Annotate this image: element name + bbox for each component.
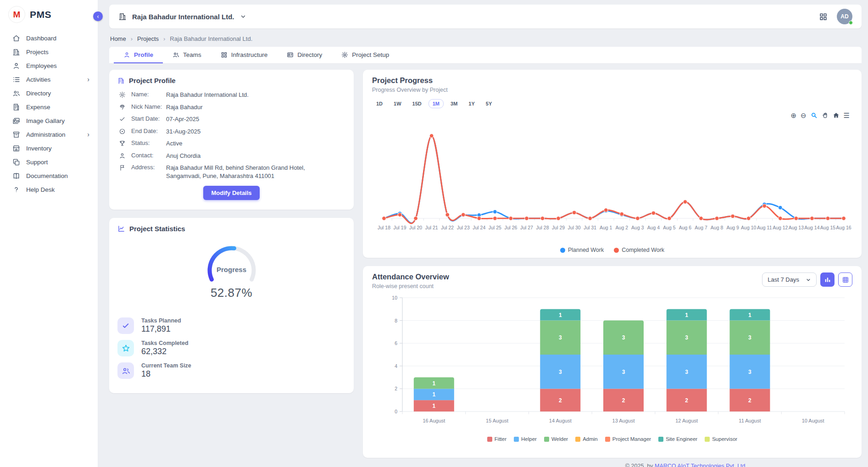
svg-text:Jul 18: Jul 18: [378, 225, 390, 230]
sidebar-item-support[interactable]: Support: [0, 155, 98, 169]
legend-marker: [658, 437, 663, 442]
legend-item[interactable]: Project Manager: [605, 436, 651, 442]
svg-text:Jul 20: Jul 20: [409, 225, 422, 230]
legend-item[interactable]: Fitter: [487, 436, 506, 442]
project-progress-chart[interactable]: Jul 18Jul 19Jul 20Jul 21Jul 22Jul 23Jul …: [372, 121, 852, 244]
tab-teams[interactable]: Teams: [163, 47, 211, 63]
legend-item[interactable]: Helper: [514, 436, 537, 442]
chart-toolbar: ⊕ ⊖ ☰: [790, 112, 850, 119]
svg-text:1: 1: [433, 380, 436, 387]
table-view-button[interactable]: [838, 272, 852, 287]
breadcrumb: Home › Projects › Raja Bahadur Internati…: [110, 35, 862, 42]
company-link[interactable]: MARCO AIoT Technologies Pvt. Ltd.: [655, 463, 747, 467]
svg-text:10: 10: [392, 296, 397, 300]
svg-text:Aug 16: Aug 16: [836, 225, 851, 230]
svg-text:3: 3: [622, 334, 625, 341]
date-range-select[interactable]: Last 7 Days: [762, 272, 817, 287]
svg-text:13 August: 13 August: [612, 418, 635, 423]
chart-line-icon: [117, 225, 125, 233]
legend-item[interactable]: Site Engineer: [658, 436, 697, 442]
range-3m-button[interactable]: 3M: [446, 99, 462, 108]
sidebar-item-projects[interactable]: Projects: [0, 45, 98, 59]
range-1d-button[interactable]: 1D: [372, 99, 387, 108]
svg-text:Jul 21: Jul 21: [425, 225, 438, 230]
building-icon: [117, 77, 125, 84]
receipt-icon: [12, 103, 20, 111]
sidebar-item-expense[interactable]: Expense: [0, 100, 98, 114]
svg-text:4: 4: [395, 363, 397, 369]
project-selector[interactable]: Raja Bahadur International Ltd.: [118, 12, 246, 21]
image-icon: [12, 117, 20, 125]
svg-text:Aug 13: Aug 13: [789, 225, 804, 230]
range-15d-button[interactable]: 15D: [408, 99, 426, 108]
svg-text:Jul 27: Jul 27: [520, 225, 533, 230]
sidebar-item-administration[interactable]: Administration›: [0, 128, 98, 141]
zoom-out-icon[interactable]: ⊖: [801, 112, 807, 119]
range-5y-button[interactable]: 5Y: [482, 99, 496, 108]
sidebar-item-inventory[interactable]: Inventory: [0, 141, 98, 155]
menu-icon[interactable]: ☰: [844, 112, 850, 119]
tab-project-setup[interactable]: Project Setup: [332, 47, 399, 63]
legend-item[interactable]: Welder: [544, 436, 568, 442]
legend-item[interactable]: Admin: [575, 436, 598, 442]
breadcrumb-projects[interactable]: Projects: [137, 35, 159, 42]
stat-list: Tasks Planned 117,891 Tasks Completed 62…: [117, 317, 345, 379]
footer: © 2025, by MARCO AIoT Technologies Pvt. …: [109, 458, 862, 467]
home-reset-icon[interactable]: [833, 112, 840, 119]
profile-card-title: Project Profile: [129, 77, 176, 84]
legend-marker: [560, 248, 565, 253]
sidebar-item-activities[interactable]: Activities›: [0, 72, 98, 86]
project-progress-card: Project Progress Progress Overview by Pr…: [363, 70, 862, 258]
legend-item[interactable]: Completed Work: [614, 247, 664, 253]
main-content: ‹ Raja Bahadur International Ltd. AD Hom…: [98, 0, 868, 467]
modify-details-button[interactable]: Modify Details: [203, 186, 259, 200]
user-avatar[interactable]: AD: [837, 9, 852, 24]
legend-item[interactable]: Supervisor: [705, 436, 737, 442]
tab-infrastructure[interactable]: Infrastructure: [211, 47, 278, 63]
attendance-chart[interactable]: 024681011116 August15 August233114 Augus…: [372, 296, 852, 434]
top-bar: Raja Bahadur International Ltd. AD: [109, 5, 862, 28]
app-logo[interactable]: M PMS: [0, 0, 98, 27]
range-1y-button[interactable]: 1Y: [464, 99, 479, 108]
svg-text:Jul 19: Jul 19: [394, 225, 406, 230]
copy-icon: [12, 158, 20, 166]
sidebar-item-help-desk[interactable]: Help Desk: [0, 183, 98, 196]
team-icon: [122, 367, 130, 375]
archive-icon: [12, 131, 20, 139]
svg-text:Jul 26: Jul 26: [504, 225, 517, 230]
gear-icon: [119, 91, 126, 98]
tab-profile[interactable]: Profile: [114, 47, 163, 63]
grid-icon: [221, 51, 228, 58]
svg-text:3: 3: [748, 369, 751, 375]
bar-chart-view-button[interactable]: [820, 272, 835, 287]
sidebar-collapse-button[interactable]: ‹: [93, 11, 103, 21]
stat-tasks-planned: Tasks Planned 117,891: [117, 317, 345, 334]
range-1w-button[interactable]: 1W: [389, 99, 406, 108]
apps-grid-icon[interactable]: [819, 12, 828, 21]
sidebar-menu: Dashboard Projects Employees Activities›…: [0, 27, 98, 196]
svg-text:1: 1: [433, 391, 436, 398]
svg-text:10 August: 10 August: [802, 418, 824, 423]
legend-item[interactable]: Planned Work: [560, 247, 604, 253]
svg-text:2: 2: [685, 397, 688, 404]
breadcrumb-current: Raja Bahadur International Ltd.: [170, 35, 252, 42]
field-address: Address: Raja Bahadur Mill Rd, behind Sh…: [117, 164, 345, 180]
chevron-down-icon: [806, 277, 811, 283]
tab-directory[interactable]: Directory: [277, 47, 332, 63]
zoom-in-icon[interactable]: ⊕: [790, 112, 796, 119]
svg-text:Jul 30: Jul 30: [568, 225, 581, 230]
svg-text:16 August: 16 August: [423, 418, 445, 423]
svg-text:Jul 22: Jul 22: [441, 225, 454, 230]
pan-hand-icon[interactable]: [822, 112, 829, 119]
selection-zoom-icon[interactable]: [811, 112, 818, 119]
sidebar-item-employees[interactable]: Employees: [0, 59, 98, 72]
range-1m-button[interactable]: 1M: [428, 99, 444, 108]
sidebar-item-directory[interactable]: Directory: [0, 86, 98, 100]
breadcrumb-home[interactable]: Home: [110, 35, 126, 42]
legend-marker: [514, 437, 519, 442]
sidebar-item-image-gallery[interactable]: Image Gallary: [0, 114, 98, 128]
svg-text:Aug 1: Aug 1: [600, 225, 612, 230]
sidebar-item-documentation[interactable]: Documentation: [0, 169, 98, 183]
sidebar-item-dashboard[interactable]: Dashboard: [0, 31, 98, 45]
target-icon: [119, 128, 126, 135]
